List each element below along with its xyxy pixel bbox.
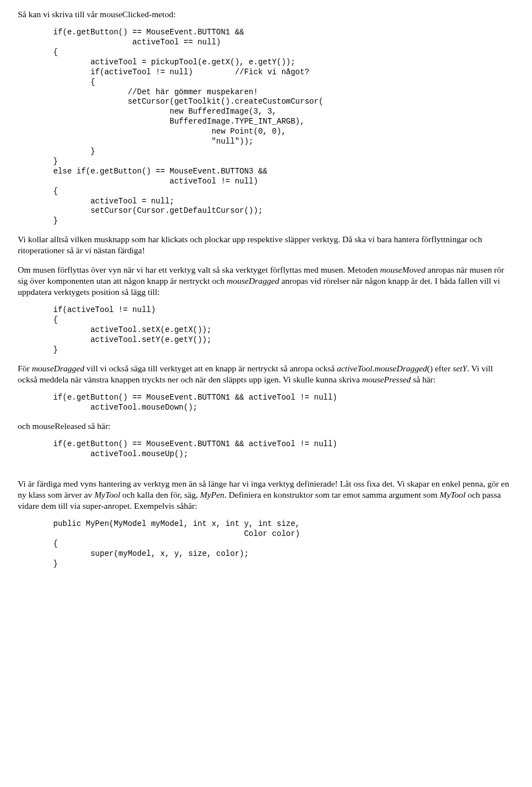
- italic-sety: setY: [453, 364, 467, 373]
- text: . Definiera en konstruktor som tar emot …: [224, 490, 439, 499]
- italic-mytool-2: MyTool: [439, 490, 466, 499]
- paragraph-6: Vi är färdiga med vyns hantering av verk…: [18, 478, 514, 512]
- italic-mousedragged-2: mouseDragged: [32, 364, 84, 373]
- italic-mypen: MyPen: [200, 490, 224, 499]
- italic-mytool: MyTool: [94, 490, 120, 499]
- code-block-2: if(activeTool != null) { activeTool.setX…: [18, 305, 514, 355]
- code-block-3: if(e.getButton() == MouseEvent.BUTTON1 &…: [18, 393, 514, 413]
- italic-mousepressed: mousePressed: [362, 375, 411, 384]
- code-block-4: if(e.getButton() == MouseEvent.BUTTON1 &…: [18, 440, 514, 459]
- text: så här:: [411, 375, 436, 384]
- text: vill vi också säga till verktyget att en…: [84, 364, 337, 373]
- italic-mousemoved: mouseMoved: [380, 265, 426, 274]
- italic-mousedragged: mouseDragged: [227, 276, 279, 285]
- paragraph-4: För mouseDragged vill vi också säga till…: [18, 363, 514, 385]
- paragraph-intro: Så kan vi skriva till vår mouseClicked-m…: [18, 9, 514, 20]
- text: För: [18, 364, 32, 373]
- paragraph-3: Om musen förflyttas över vyn när vi har …: [18, 264, 514, 298]
- text: Om musen förflyttas över vyn när vi har …: [18, 265, 380, 274]
- code-block-1: if(e.getButton() == MouseEvent.BUTTON1 &…: [18, 28, 514, 226]
- paragraph-2: Vi kollar alltså vilken musknapp som har…: [18, 234, 514, 256]
- paragraph-5: och mouseReleased så här:: [18, 421, 514, 432]
- italic-activetool-mousedragged: activeTool.mouseDragged: [337, 364, 427, 373]
- text: och kalla den för, säg,: [120, 490, 200, 499]
- text: () efter: [427, 364, 453, 373]
- code-block-5: public MyPen(MyModel myModel, int x, int…: [18, 519, 514, 569]
